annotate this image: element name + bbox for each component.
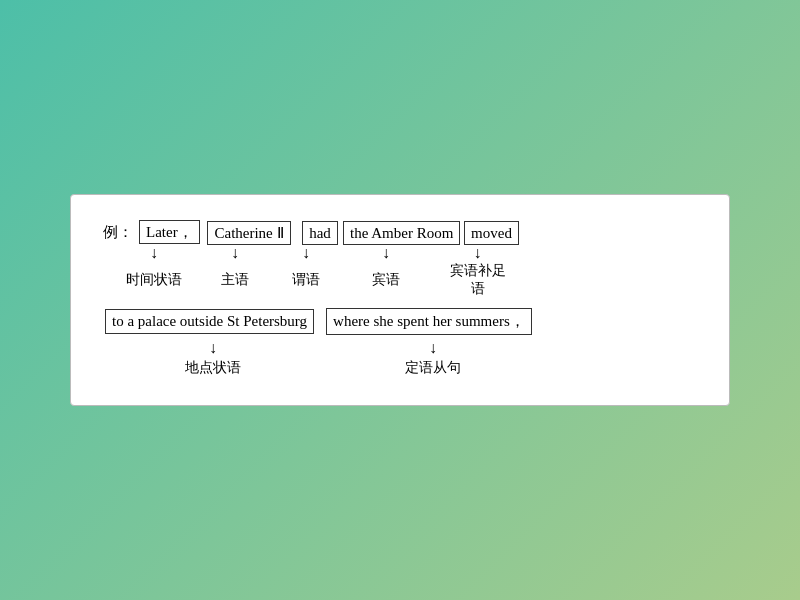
arrow-later: ↓ [123,244,185,262]
arrow-amber: ↓ [327,244,445,262]
col-amber-box: the Amber Room [341,224,459,242]
line5-arrows: ↓ ↓ [103,339,697,357]
label-subject: 主语 [185,271,285,289]
line4-phrases: to a palace outside St Petersburg where … [103,308,697,335]
phrase-later: Later， [139,220,200,244]
arrow-had: ↓ [285,244,327,262]
label-object-complement: 宾语补足语 [445,262,510,298]
label-object: 宾语 [327,271,445,289]
line1-phrases: 例： Later， Catherine Ⅱ had the Amber Room… [103,223,697,242]
phrase-where: where she spent her summers， [326,308,532,335]
phrase-amber: the Amber Room [343,221,460,245]
phrase-had: had [302,221,338,245]
col-catherine-box: Catherine Ⅱ [199,224,299,242]
col-moved-box: moved [459,224,524,242]
arrow-palace: ↓ [103,339,323,357]
label-predicate: 谓语 [285,271,327,289]
col-had-box: had [299,224,341,242]
diagram-card: 例： Later， Catherine Ⅱ had the Amber Room… [70,194,730,406]
line2-arrows: ↓ ↓ ↓ ↓ ↓ [103,244,697,262]
phrase-palace: to a palace outside St Petersburg [105,309,314,334]
label-place-adv: 地点状语 [103,359,323,377]
arrow-moved: ↓ [445,244,510,262]
example-label: 例： [103,223,133,242]
phrase-moved: moved [464,221,519,245]
line3-labels: 时间状语 主语 谓语 宾语 宾语补足语 [103,262,697,298]
line6-labels: 地点状语 定语从句 [103,359,697,377]
arrow-catherine: ↓ [185,244,285,262]
col-later-box: Later， [137,223,199,242]
label-attr-clause: 定语从句 [323,359,543,377]
label-time-adv: 时间状语 [123,271,185,289]
phrase-catherine: Catherine Ⅱ [207,221,290,245]
arrow-where: ↓ [323,339,543,357]
